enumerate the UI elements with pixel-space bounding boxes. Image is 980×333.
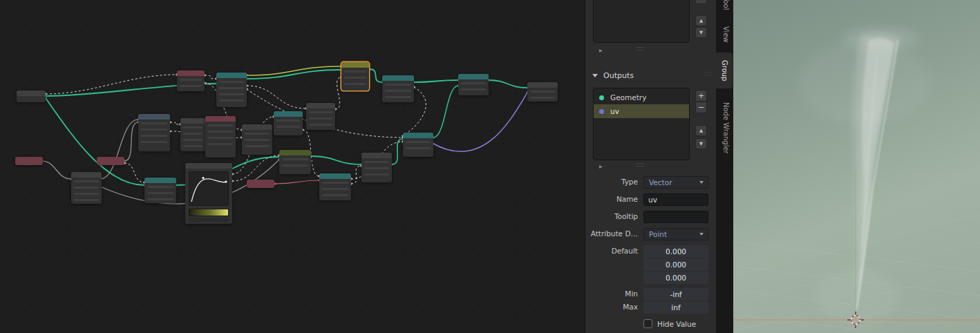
node-row (183, 133, 202, 135)
outputs-list[interactable]: Geometryuv (593, 88, 690, 160)
tooltip-input[interactable] (643, 211, 708, 223)
node-row (344, 70, 366, 73)
filter-expand-icon[interactable]: ▶ (599, 48, 603, 53)
default-y-field[interactable]: 0.000 (643, 258, 708, 271)
node[interactable] (180, 118, 205, 151)
tab-tool[interactable]: Tool (718, 0, 733, 19)
ramp-slider[interactable] (189, 218, 229, 222)
node[interactable] (138, 114, 170, 151)
output-list-item-geometry[interactable]: Geometry (594, 91, 689, 104)
node-row (322, 194, 348, 196)
node[interactable] (458, 74, 489, 95)
inputs-list[interactable] (593, 0, 690, 43)
remove-output-button[interactable]: − (695, 102, 707, 113)
node-header[interactable] (306, 103, 335, 108)
tab-view[interactable]: View (718, 21, 733, 48)
node[interactable] (279, 150, 311, 174)
node[interactable] (274, 111, 303, 135)
node[interactable] (403, 133, 433, 157)
tab-node-wrangler[interactable]: Node Wrangler (718, 94, 733, 162)
node[interactable] (527, 82, 558, 102)
attribute-domain-dropdown[interactable]: Point (643, 228, 708, 240)
node-wire (433, 93, 527, 151)
node-header[interactable] (17, 91, 46, 96)
node[interactable] (216, 73, 247, 107)
node[interactable] (97, 157, 124, 165)
node[interactable] (17, 91, 46, 102)
max-field[interactable]: inf (643, 301, 708, 314)
node[interactable] (15, 157, 43, 165)
node[interactable] (144, 178, 176, 203)
node-wire (392, 139, 403, 164)
node-row (141, 135, 167, 137)
node-header[interactable] (242, 124, 272, 130)
filter-expand-icon[interactable]: ▶ (599, 164, 603, 169)
node[interactable] (341, 62, 369, 91)
node-header[interactable] (403, 133, 433, 138)
node-header[interactable] (180, 118, 205, 124)
outputs-move-up-button[interactable]: ▲ (695, 125, 707, 136)
node-header[interactable] (71, 172, 102, 178)
name-input[interactable] (643, 193, 708, 206)
node[interactable] (205, 116, 236, 158)
node-header[interactable] (144, 178, 176, 183)
tab-group[interactable]: Group (716, 53, 733, 88)
node-row (147, 198, 173, 200)
node-header[interactable] (382, 75, 414, 81)
node-row (183, 139, 202, 141)
node[interactable] (382, 75, 414, 102)
node-row (183, 126, 202, 129)
node-row (530, 91, 555, 93)
list-resize-grip-icon[interactable]: :::: (636, 45, 644, 52)
default-z-field[interactable]: 0.000 (643, 272, 708, 284)
node[interactable] (242, 124, 272, 155)
node[interactable] (306, 103, 335, 130)
node-header[interactable] (319, 173, 351, 179)
min-label: Min (625, 289, 638, 298)
panel-drag-grip-icon[interactable]: :::: (704, 70, 713, 77)
inputs-move-up-button[interactable]: ▲ (695, 15, 707, 26)
node[interactable] (71, 172, 102, 204)
output-list-item-uv[interactable]: uv (594, 104, 689, 118)
node-header[interactable] (274, 111, 303, 117)
node-row (245, 133, 270, 135)
node[interactable] (361, 153, 392, 182)
node-header[interactable] (361, 153, 392, 158)
outputs-panel-header[interactable]: Outputs :::: (585, 69, 717, 82)
inputs-move-down-button[interactable]: ▼ (695, 27, 707, 38)
chevron-down-icon (699, 233, 704, 236)
node-header[interactable] (205, 116, 236, 122)
node-header[interactable] (279, 150, 311, 155)
default-x-field[interactable]: 0.000 (643, 245, 708, 258)
node-header[interactable] (527, 82, 558, 88)
color-ramp[interactable] (189, 209, 229, 216)
curve-node[interactable] (185, 163, 232, 224)
min-field[interactable]: -inf (643, 288, 708, 301)
node-header[interactable] (458, 74, 489, 79)
viewport-3d[interactable] (733, 0, 980, 333)
node-header[interactable] (177, 70, 205, 76)
node-header[interactable] (341, 62, 369, 68)
scroll-button-partial[interactable] (695, 0, 707, 4)
node-row (74, 180, 99, 182)
node[interactable] (177, 70, 205, 91)
node-header[interactable] (185, 163, 232, 169)
node-row (245, 139, 270, 141)
type-dropdown[interactable]: Vector (643, 176, 708, 189)
chevron-down-icon (592, 74, 598, 77)
list-resize-grip-icon[interactable]: :::: (636, 161, 644, 168)
name-label: Name (616, 195, 638, 203)
node-header[interactable] (138, 114, 170, 120)
node[interactable] (319, 173, 351, 200)
node-editor[interactable] (0, 0, 585, 333)
tooltip-label: Tooltip (614, 212, 638, 220)
socket-type-icon (599, 95, 604, 100)
node-row (147, 186, 173, 188)
node-header[interactable] (216, 73, 247, 78)
outputs-move-down-button[interactable]: ▼ (695, 138, 707, 149)
node[interactable] (247, 180, 274, 188)
curve-widget[interactable] (189, 171, 229, 206)
chevron-down-icon (699, 181, 704, 184)
add-output-button[interactable]: + (695, 90, 707, 102)
hide-value-checkbox[interactable] (643, 319, 652, 328)
